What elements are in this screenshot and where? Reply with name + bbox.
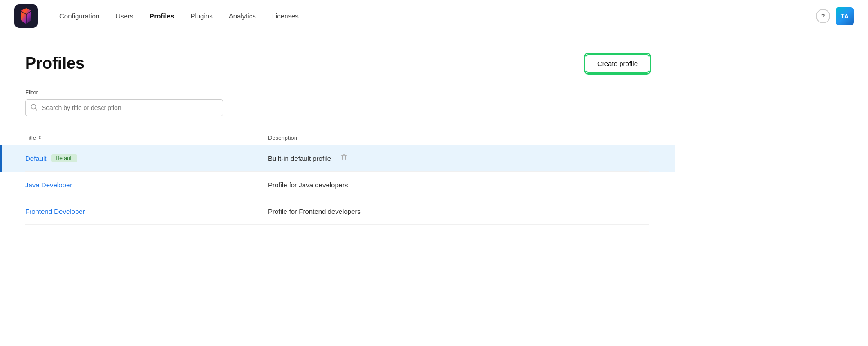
table-row-default: Default Default Built-in default profile: [0, 145, 675, 172]
profile-link-frontend-developer[interactable]: Frontend Developer: [25, 208, 85, 215]
search-icon: [31, 104, 37, 112]
table-row-java-developer: Java Developer Profile for Java develope…: [25, 172, 649, 198]
table-row: Java Developer Profile for Java develope…: [25, 172, 649, 198]
profile-link-java-developer[interactable]: Java Developer: [25, 181, 72, 189]
row-title-cell: Default Default: [25, 154, 268, 162]
delete-icon[interactable]: [338, 151, 350, 165]
row-desc-cell: Built-in default profile: [268, 151, 649, 165]
title-column-header[interactable]: Title ⇕: [25, 134, 268, 141]
description-column-header: Description: [268, 134, 649, 141]
search-input[interactable]: [25, 99, 223, 116]
description-text: Profile for Frontend developers: [268, 208, 361, 215]
nav-plugins[interactable]: Plugins: [183, 9, 219, 23]
description-text: Built-in default profile: [268, 155, 331, 162]
nav-licenses[interactable]: Licenses: [265, 9, 306, 23]
nav-profiles[interactable]: Profiles: [142, 9, 181, 23]
filter-label: Filter: [25, 89, 649, 96]
table-header: Title ⇕ Description: [25, 131, 649, 145]
page-title: Profiles: [25, 54, 85, 73]
row-desc-cell: Profile for Frontend developers: [268, 204, 649, 218]
profile-link-default[interactable]: Default: [25, 155, 47, 162]
description-text: Profile for Java developers: [268, 181, 348, 189]
sort-icon: ⇕: [38, 135, 42, 141]
row-desc-cell: Profile for Java developers: [268, 178, 649, 191]
search-wrapper: [25, 99, 223, 116]
nav-analytics[interactable]: Analytics: [222, 9, 263, 23]
navbar: Configuration Users Profiles Plugins Ana…: [0, 0, 868, 32]
row-title-cell: Frontend Developer: [25, 208, 268, 215]
nav-links: Configuration Users Profiles Plugins Ana…: [52, 9, 812, 23]
app-logo[interactable]: [14, 4, 38, 28]
page-header: Profiles Create profile: [25, 54, 649, 73]
nav-right: ? TA: [816, 7, 854, 25]
svg-line-3: [36, 109, 37, 111]
main-content: Profiles Create profile Filter Title ⇕ D…: [0, 32, 675, 246]
create-profile-button[interactable]: Create profile: [586, 54, 649, 73]
table-row: Default Default Built-in default profile: [25, 145, 649, 172]
nav-configuration[interactable]: Configuration: [52, 9, 107, 23]
title-header-label: Title: [25, 134, 36, 141]
avatar[interactable]: TA: [836, 7, 854, 25]
table-row-frontend-developer: Frontend Developer Profile for Frontend …: [25, 198, 649, 225]
table-row: Frontend Developer Profile for Frontend …: [25, 198, 649, 225]
nav-users[interactable]: Users: [108, 9, 140, 23]
help-icon[interactable]: ?: [816, 9, 830, 23]
default-badge: Default: [51, 154, 77, 162]
row-title-cell: Java Developer: [25, 181, 268, 189]
filter-section: Filter: [25, 89, 649, 116]
